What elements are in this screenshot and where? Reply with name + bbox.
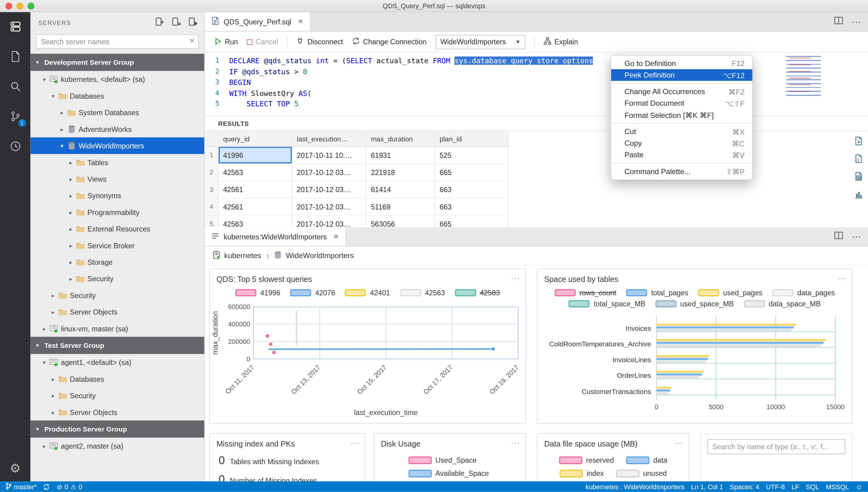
legend-item[interactable]: total_pages	[626, 289, 688, 297]
table-row[interactable]: 3425612017-10-12 03…61414663	[205, 181, 868, 198]
source-control-activity-icon[interactable]: 1	[7, 109, 23, 124]
tree-item[interactable]: ▸agent2, master (sa)	[30, 438, 205, 454]
grid-cell[interactable]: 665	[435, 216, 508, 227]
table-row[interactable]: 2425632017-10-12 03…221918665	[205, 164, 868, 181]
tree-group[interactable]: ▾Test Server Group	[30, 337, 205, 354]
breadcrumb-server[interactable]: kubernetes	[224, 251, 261, 260]
clear-search-icon[interactable]: ✕	[189, 37, 195, 45]
disconnect-button[interactable]: Disconnect	[296, 37, 343, 47]
grid-cell[interactable]: 663	[435, 181, 508, 198]
tab-qds-query-perf[interactable]: QDS_Query_Perf.sql ✕	[205, 12, 311, 31]
grid-cell[interactable]: 525	[435, 147, 508, 164]
legend-item[interactable]: reserved	[559, 456, 614, 464]
legend-item[interactable]: rows_count	[555, 289, 616, 297]
history-activity-icon[interactable]	[7, 138, 23, 154]
tree-group[interactable]: ▾Production Server Group	[30, 421, 205, 438]
close-tab-icon[interactable]: ✕	[333, 233, 339, 240]
grid-cell[interactable]: 663	[435, 198, 508, 215]
grid-cell[interactable]: 61931	[367, 147, 435, 164]
grid-cell[interactable]: 2017-10-12 03…	[292, 181, 367, 198]
grid-cell[interactable]: 41996	[218, 147, 292, 164]
save-json-icon[interactable]: {}	[854, 154, 864, 166]
tree-item[interactable]: ▾kubernetes, <default> (sa)	[30, 71, 205, 87]
settings-gear-icon[interactable]: ⚙	[10, 462, 21, 476]
grid-cell[interactable]: 2017-10-12 03…	[292, 198, 367, 215]
legend-item[interactable]: used_pages	[698, 289, 762, 297]
table-row[interactable]: 5425632017-10-12 03…563056665	[205, 216, 868, 227]
encoding-indicator[interactable]: UTF-8	[766, 483, 785, 490]
new-server-group-icon[interactable]	[172, 17, 181, 28]
legend-item[interactable]: 42401	[345, 289, 390, 297]
tree-item[interactable]: ▸Server Objects	[30, 404, 205, 420]
legend-item[interactable]: unused	[616, 469, 666, 477]
connection-indicator[interactable]: kubernetes : WideWorldImporters	[586, 483, 685, 490]
minimap[interactable]	[786, 56, 837, 97]
close-tab-icon[interactable]: ✕	[298, 18, 304, 25]
menu-item[interactable]: Format Selection [⌘K ⌘F]	[611, 109, 752, 121]
zoom-window-button[interactable]	[28, 3, 34, 9]
save-csv-icon[interactable]	[854, 136, 864, 148]
more-actions-icon[interactable]: ⋯	[852, 231, 861, 242]
eol-indicator[interactable]: LF	[791, 483, 799, 490]
cancel-button[interactable]: Cancel	[247, 38, 278, 46]
explorer-activity-icon[interactable]	[7, 49, 23, 65]
more-icon[interactable]: ...	[511, 436, 520, 445]
table-row[interactable]: 1419962017-10-11 10:…61931525	[205, 147, 868, 164]
more-actions-icon[interactable]: ⋯	[852, 17, 861, 27]
more-icon[interactable]: ...	[351, 436, 359, 445]
menu-item[interactable]: Change All Occurrences⌘F2	[611, 86, 752, 97]
tree-item[interactable]: ▸Databases	[30, 370, 205, 387]
grid-cell[interactable]: 2017-10-12 03…	[292, 216, 367, 227]
legend-item[interactable]: 41996	[235, 289, 280, 297]
server-search-input[interactable]	[36, 34, 199, 49]
object-search-input[interactable]	[707, 439, 845, 454]
tree-item[interactable]: ▾WideWorldImporters	[30, 138, 205, 154]
indentation-indicator[interactable]: Spaces: 4	[730, 483, 759, 490]
tree-item[interactable]: ▸Tables	[30, 154, 205, 170]
titlebar[interactable]: QDS_Query_Perf.sql — sqldevops	[0, 0, 868, 12]
split-editor-icon[interactable]	[834, 17, 843, 27]
search-activity-icon[interactable]	[7, 79, 23, 94]
git-branch-indicator[interactable]: master*	[5, 482, 36, 491]
new-connection-icon[interactable]	[155, 17, 164, 28]
grid-cell[interactable]: 61414	[367, 181, 435, 198]
tree-item[interactable]: ▸AdventureWorks	[30, 121, 205, 137]
grid-cell[interactable]: 51169	[367, 198, 435, 215]
column-header[interactable]: plan_id	[435, 131, 508, 147]
legend-item[interactable]: data_pages	[772, 289, 835, 297]
change-connection-button[interactable]: Change Connection	[352, 37, 427, 47]
tab-dashboard[interactable]: kubernetes:WideWorldImporters ✕	[205, 227, 346, 246]
legend-item[interactable]: 42076	[290, 289, 335, 297]
menu-item[interactable]: Copy⌘C	[611, 138, 752, 149]
grid-cell[interactable]: 2017-10-11 10:…	[292, 147, 367, 164]
tree-item[interactable]: ▸Service Broker	[30, 237, 205, 253]
tree-item[interactable]: ▾agent1, <default> (sa)	[30, 354, 205, 370]
tree-item[interactable]: ▸Synonyms	[30, 187, 205, 204]
sync-icon[interactable]	[43, 484, 50, 490]
menu-item[interactable]: Paste⌘V	[611, 149, 752, 161]
tree-item[interactable]: ▸Security	[30, 287, 205, 303]
tree-item[interactable]: ▸System Databases	[30, 104, 205, 121]
tree-item[interactable]: ▸Security	[30, 387, 205, 404]
explain-button[interactable]: Explain	[543, 37, 578, 47]
tree-item[interactable]: ▸linux-vm, master (sa)	[30, 320, 205, 337]
save-excel-icon[interactable]	[854, 172, 864, 183]
menu-item[interactable]: Format Document⌥⇧F	[611, 97, 752, 109]
legend-item[interactable]: 42563	[400, 289, 445, 297]
legend-item[interactable]: index	[559, 469, 604, 477]
menu-item[interactable]: Cut⌘X	[611, 126, 752, 138]
tree-item[interactable]: ▸Storage	[30, 254, 205, 270]
grid-cell[interactable]: 42563	[218, 216, 292, 227]
more-icon[interactable]: ...	[511, 271, 520, 281]
table-row[interactable]: 4425612017-10-12 03…51169663	[205, 198, 868, 215]
menu-item[interactable]: Peek Definition⌥F12	[611, 69, 752, 81]
tree-item[interactable]: ▾Databases	[30, 88, 205, 104]
tree-item[interactable]: ▸Views	[30, 171, 205, 187]
grid-cell[interactable]: 2017-10-12 03…	[292, 164, 367, 181]
grid-cell[interactable]: 221918	[367, 164, 435, 181]
split-editor-icon[interactable]	[834, 231, 843, 242]
grid-cell[interactable]: 665	[435, 164, 508, 181]
code-line[interactable]: 3BEGIN	[205, 77, 868, 88]
column-header[interactable]: query_id	[218, 131, 292, 147]
provider-indicator[interactable]: MSSQL	[826, 483, 849, 490]
